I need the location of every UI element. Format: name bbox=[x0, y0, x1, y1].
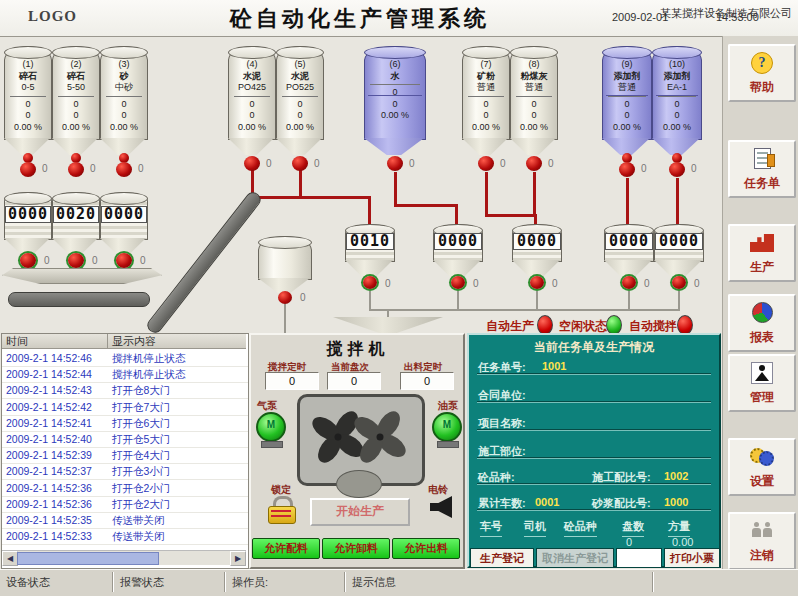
silo-valve[interactable] bbox=[68, 162, 84, 177]
log-row[interactable]: 2009-2-1 14:52:40打开仓5大门 bbox=[2, 431, 248, 448]
hopper-valve[interactable] bbox=[20, 253, 36, 268]
log-row[interactable]: 2009-2-1 14:52:43打开仓8大门 bbox=[2, 382, 248, 399]
statusbar-item: 设备状态 bbox=[6, 575, 50, 590]
liquid-level-line bbox=[606, 95, 648, 96]
oil-pump-base bbox=[437, 441, 459, 448]
hopper-valve[interactable] bbox=[68, 253, 84, 268]
register-input[interactable] bbox=[616, 548, 662, 568]
start-production-button[interactable]: 开始生产 bbox=[310, 498, 410, 526]
hopper-valve[interactable] bbox=[530, 276, 544, 289]
sidebar-button-production[interactable]: 生产 bbox=[728, 224, 796, 282]
statusbar-divider bbox=[344, 572, 345, 592]
silo-valve-value: 0 bbox=[314, 158, 320, 169]
log-row[interactable]: 2009-2-1 14:52:42打开仓7大门 bbox=[2, 399, 248, 416]
silo-value-2: 0 bbox=[101, 110, 147, 122]
hopper-valve-value: 0 bbox=[552, 278, 558, 289]
allow-button-1[interactable]: 允许配料 bbox=[252, 538, 320, 559]
feed-pipe bbox=[533, 172, 536, 216]
cancel-register-button[interactable]: 取消生产登记 bbox=[536, 548, 614, 568]
silo-value-2: 0 bbox=[603, 110, 651, 122]
silo-valve[interactable] bbox=[116, 162, 132, 177]
vehicle-table-cell: 0.00 bbox=[672, 536, 693, 548]
silo-material-name: 碎石 bbox=[53, 71, 99, 83]
print-ticket-button[interactable]: 打印小票 bbox=[664, 548, 720, 568]
hopper-valve[interactable] bbox=[622, 276, 636, 289]
silo-info: (7)矿粉普通000.00 % bbox=[463, 59, 509, 133]
silo-valve[interactable] bbox=[244, 156, 260, 171]
lock-stripe bbox=[271, 510, 291, 512]
task-field-label: 合同单位: bbox=[478, 388, 526, 403]
silo-material-name: 矿粉 bbox=[463, 71, 509, 83]
sidebar-button-settings[interactable]: 设置 bbox=[728, 438, 796, 496]
log-content: 打开仓4大门 bbox=[112, 447, 170, 463]
aggregate-hopper-display: 0020 bbox=[53, 206, 99, 223]
receiving-hopper-valve-value: 0 bbox=[300, 292, 306, 303]
silo-percent: 0.00 % bbox=[101, 122, 147, 134]
log-time: 2009-2-1 14:52:46 bbox=[6, 350, 92, 366]
feed-pipe bbox=[676, 178, 679, 226]
log-row[interactable]: 2009-2-1 14:52:41打开仓6大门 bbox=[2, 415, 248, 432]
silo-valve[interactable] bbox=[20, 162, 36, 177]
scroll-left-icon[interactable]: ◀ bbox=[2, 551, 18, 566]
silo-percent: 0.00 % bbox=[653, 122, 701, 134]
feed-pipe bbox=[485, 214, 537, 217]
mixer-discharge bbox=[336, 470, 382, 498]
task-field-underline bbox=[477, 484, 711, 485]
vehicle-table-header: 车号 bbox=[480, 519, 502, 537]
production-register-button[interactable]: 生产登记 bbox=[470, 548, 534, 568]
log-content: 传送带关闭 bbox=[112, 528, 165, 544]
silo-valve[interactable] bbox=[292, 156, 308, 171]
silo-valve[interactable] bbox=[619, 162, 635, 177]
silo-percent: 0.00 % bbox=[365, 110, 425, 122]
silo-valve[interactable] bbox=[387, 156, 403, 171]
silo-valve[interactable] bbox=[478, 156, 494, 171]
hopper-valve[interactable] bbox=[672, 276, 686, 289]
gears-icon bbox=[750, 446, 774, 466]
sidebar-button-report[interactable]: 报表 bbox=[728, 294, 796, 352]
log-row[interactable]: 2009-2-1 14:52:33传送带关闭 bbox=[2, 528, 248, 545]
timer-value-box: 0 bbox=[400, 372, 454, 390]
silo-number: (7) bbox=[463, 59, 509, 71]
allow-button-3[interactable]: 允许出料 bbox=[392, 538, 460, 559]
report-icon-wrap bbox=[750, 302, 774, 324]
scroll-right-icon[interactable]: ▶ bbox=[230, 551, 246, 566]
sidebar-button-help[interactable]: ?帮助 bbox=[728, 44, 796, 102]
scrollbar-thumb[interactable] bbox=[17, 552, 159, 565]
silo-(1): (1)碎石0-5000.00 % bbox=[4, 46, 52, 140]
hopper-valve[interactable] bbox=[116, 253, 132, 268]
silo-valve[interactable] bbox=[669, 162, 685, 177]
vehicle-table-header: 盘数 bbox=[622, 519, 644, 537]
log-time: 2009-2-1 14:52:33 bbox=[6, 528, 92, 544]
receiving-hopper-valve[interactable] bbox=[278, 291, 292, 304]
log-row[interactable]: 2009-2-1 14:52:39打开仓4大门 bbox=[2, 447, 248, 464]
sidebar-button-logout[interactable]: 注销 bbox=[728, 512, 796, 570]
log-row[interactable]: 2009-2-1 14:52:46搅拌机停止状态 bbox=[2, 350, 248, 367]
hopper-valve[interactable] bbox=[363, 276, 377, 289]
task-field-underline bbox=[477, 430, 711, 431]
task-pair-right-value: 1000 bbox=[664, 496, 688, 508]
log-row[interactable]: 2009-2-1 14:52:36打开仓2大门 bbox=[2, 496, 248, 513]
silo-info: (6)水000.00 % bbox=[365, 59, 425, 122]
silo-(9): (9)添加剂普通000.00 % bbox=[602, 46, 652, 140]
allow-button-2[interactable]: 允许卸料 bbox=[322, 538, 390, 559]
silo-info: (9)添加剂普通000.00 % bbox=[603, 59, 651, 133]
silo-divider bbox=[468, 96, 504, 97]
sidebar-button-task[interactable]: 任务单 bbox=[728, 140, 796, 198]
log-row[interactable]: 2009-2-1 14:52:37打开仓3小门 bbox=[2, 463, 248, 480]
log-content: 打开仓5大门 bbox=[112, 431, 170, 447]
log-scrollbar[interactable]: ◀ ▶ bbox=[2, 550, 246, 565]
discharge-line bbox=[628, 291, 630, 311]
log-row[interactable]: 2009-2-1 14:52:36打开仓2小门 bbox=[2, 480, 248, 497]
silo-value-1: 0 bbox=[511, 99, 557, 111]
sidebar-button-manage[interactable]: 管理 bbox=[728, 354, 796, 412]
feed-pipe bbox=[394, 204, 458, 207]
log-row[interactable]: 2009-2-1 14:52:44搅拌机停止状态 bbox=[2, 366, 248, 383]
feed-pipe bbox=[299, 170, 302, 198]
silo-value-2: 0 bbox=[229, 110, 275, 122]
silo-valve[interactable] bbox=[526, 156, 542, 171]
air-pump-indicator: M bbox=[256, 412, 286, 442]
silo-(3): (3)砂中砂000.00 % bbox=[100, 46, 148, 140]
hopper-valve[interactable] bbox=[451, 276, 465, 289]
log-row[interactable]: 2009-2-1 14:52:35传送带关闭 bbox=[2, 512, 248, 529]
silo-valve-value: 0 bbox=[42, 163, 48, 174]
